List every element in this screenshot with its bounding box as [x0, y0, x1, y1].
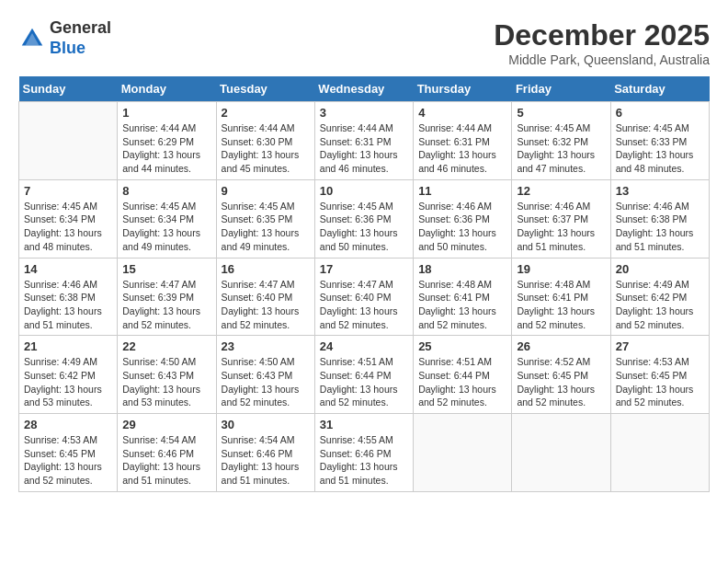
weekday-header-tuesday: Tuesday	[216, 76, 314, 102]
day-info: Sunrise: 4:45 AM Sunset: 6:32 PM Dayligh…	[517, 121, 605, 176]
day-info: Sunrise: 4:53 AM Sunset: 6:45 PM Dayligh…	[24, 433, 112, 488]
calendar-week-row: 1Sunrise: 4:44 AM Sunset: 6:29 PM Daylig…	[19, 102, 710, 180]
day-info: Sunrise: 4:50 AM Sunset: 6:43 PM Dayligh…	[222, 355, 310, 409]
day-number: 11	[418, 184, 506, 198]
calendar-cell: 28Sunrise: 4:53 AM Sunset: 6:45 PM Dayli…	[19, 414, 118, 492]
day-info: Sunrise: 4:45 AM Sunset: 6:34 PM Dayligh…	[24, 200, 112, 254]
calendar-week-row: 28Sunrise: 4:53 AM Sunset: 6:45 PM Dayli…	[19, 414, 710, 492]
day-number: 1	[122, 106, 210, 120]
day-info: Sunrise: 4:44 AM Sunset: 6:30 PM Dayligh…	[222, 121, 310, 176]
day-info: Sunrise: 4:46 AM Sunset: 6:37 PM Dayligh…	[517, 200, 605, 254]
calendar-cell: 12Sunrise: 4:46 AM Sunset: 6:37 PM Dayli…	[512, 179, 610, 258]
calendar-cell: 5Sunrise: 4:45 AM Sunset: 6:32 PM Daylig…	[512, 102, 610, 180]
day-number: 27	[616, 339, 704, 353]
day-info: Sunrise: 4:48 AM Sunset: 6:41 PM Dayligh…	[418, 278, 506, 332]
day-number: 17	[320, 262, 408, 276]
day-number: 23	[222, 339, 310, 353]
day-number: 9	[222, 184, 310, 198]
calendar-cell: 7Sunrise: 4:45 AM Sunset: 6:34 PM Daylig…	[19, 179, 118, 258]
day-info: Sunrise: 4:46 AM Sunset: 6:38 PM Dayligh…	[24, 278, 112, 332]
day-info: Sunrise: 4:44 AM Sunset: 6:29 PM Dayligh…	[122, 121, 210, 176]
calendar-week-row: 14Sunrise: 4:46 AM Sunset: 6:38 PM Dayli…	[19, 258, 710, 336]
day-number: 10	[320, 184, 408, 198]
calendar-cell: 10Sunrise: 4:45 AM Sunset: 6:36 PM Dayli…	[314, 179, 413, 258]
day-info: Sunrise: 4:54 AM Sunset: 6:46 PM Dayligh…	[222, 433, 310, 488]
title-block: December 2025 Middle Park, Queensland, A…	[494, 18, 710, 67]
calendar-cell: 18Sunrise: 4:48 AM Sunset: 6:41 PM Dayli…	[414, 258, 512, 336]
calendar-cell: 17Sunrise: 4:47 AM Sunset: 6:40 PM Dayli…	[314, 258, 413, 336]
day-number: 2	[222, 106, 310, 120]
day-info: Sunrise: 4:45 AM Sunset: 6:34 PM Dayligh…	[122, 200, 210, 254]
day-info: Sunrise: 4:51 AM Sunset: 6:44 PM Dayligh…	[320, 355, 408, 409]
day-number: 3	[320, 106, 408, 120]
day-info: Sunrise: 4:45 AM Sunset: 6:36 PM Dayligh…	[320, 200, 408, 254]
day-number: 19	[517, 262, 605, 276]
day-info: Sunrise: 4:47 AM Sunset: 6:40 PM Dayligh…	[222, 278, 310, 332]
day-number: 14	[24, 262, 112, 276]
calendar-cell: 22Sunrise: 4:50 AM Sunset: 6:43 PM Dayli…	[118, 336, 216, 414]
day-number: 6	[616, 106, 704, 120]
day-number: 13	[616, 184, 704, 198]
calendar-cell: 23Sunrise: 4:50 AM Sunset: 6:43 PM Dayli…	[216, 336, 314, 414]
day-number: 7	[24, 184, 112, 198]
day-info: Sunrise: 4:49 AM Sunset: 6:42 PM Dayligh…	[24, 355, 112, 409]
day-number: 25	[418, 339, 506, 353]
calendar-cell: 1Sunrise: 4:44 AM Sunset: 6:29 PM Daylig…	[118, 102, 216, 180]
calendar-cell: 15Sunrise: 4:47 AM Sunset: 6:39 PM Dayli…	[118, 258, 216, 336]
day-info: Sunrise: 4:45 AM Sunset: 6:35 PM Dayligh…	[222, 200, 310, 254]
day-number: 29	[122, 418, 210, 431]
weekday-header-wednesday: Wednesday	[314, 76, 413, 102]
calendar-cell: 31Sunrise: 4:55 AM Sunset: 6:46 PM Dayli…	[314, 414, 413, 492]
day-number: 26	[517, 339, 605, 353]
calendar-week-row: 21Sunrise: 4:49 AM Sunset: 6:42 PM Dayli…	[19, 336, 710, 414]
calendar-cell: 3Sunrise: 4:44 AM Sunset: 6:31 PM Daylig…	[314, 102, 413, 180]
day-number: 30	[222, 418, 310, 431]
calendar-cell: 16Sunrise: 4:47 AM Sunset: 6:40 PM Dayli…	[216, 258, 314, 336]
day-number: 15	[122, 262, 210, 276]
calendar-cell: 24Sunrise: 4:51 AM Sunset: 6:44 PM Dayli…	[314, 336, 413, 414]
day-info: Sunrise: 4:51 AM Sunset: 6:44 PM Dayligh…	[418, 355, 506, 409]
day-number: 31	[320, 418, 408, 431]
logo: General Blue	[18, 18, 111, 58]
calendar-cell: 30Sunrise: 4:54 AM Sunset: 6:46 PM Dayli…	[216, 414, 314, 492]
month-title: December 2025	[494, 18, 710, 52]
day-number: 21	[24, 339, 112, 353]
weekday-header-monday: Monday	[118, 76, 216, 102]
calendar-cell: 25Sunrise: 4:51 AM Sunset: 6:44 PM Dayli…	[414, 336, 512, 414]
page-header: General Blue December 2025 Middle Park, …	[18, 18, 710, 67]
calendar-week-row: 7Sunrise: 4:45 AM Sunset: 6:34 PM Daylig…	[19, 179, 710, 258]
day-info: Sunrise: 4:48 AM Sunset: 6:41 PM Dayligh…	[517, 278, 605, 332]
weekday-header-friday: Friday	[512, 76, 610, 102]
calendar-cell: 6Sunrise: 4:45 AM Sunset: 6:33 PM Daylig…	[610, 102, 709, 180]
calendar-cell: 2Sunrise: 4:44 AM Sunset: 6:30 PM Daylig…	[216, 102, 314, 180]
weekday-header-sunday: Sunday	[19, 76, 118, 102]
day-number: 20	[616, 262, 704, 276]
logo-blue-text: Blue	[50, 39, 85, 57]
calendar-cell: 29Sunrise: 4:54 AM Sunset: 6:46 PM Dayli…	[118, 414, 216, 492]
calendar-cell: 8Sunrise: 4:45 AM Sunset: 6:34 PM Daylig…	[118, 179, 216, 258]
weekday-header-saturday: Saturday	[610, 76, 709, 102]
day-number: 12	[517, 184, 605, 198]
calendar-cell: 13Sunrise: 4:46 AM Sunset: 6:38 PM Dayli…	[610, 179, 709, 258]
calendar-cell: 27Sunrise: 4:53 AM Sunset: 6:45 PM Dayli…	[610, 336, 709, 414]
day-info: Sunrise: 4:46 AM Sunset: 6:36 PM Dayligh…	[418, 200, 506, 254]
day-info: Sunrise: 4:55 AM Sunset: 6:46 PM Dayligh…	[320, 433, 408, 488]
logo-general-text: General	[50, 18, 111, 37]
day-info: Sunrise: 4:53 AM Sunset: 6:45 PM Dayligh…	[616, 355, 704, 409]
day-info: Sunrise: 4:50 AM Sunset: 6:43 PM Dayligh…	[122, 355, 210, 409]
logo-icon	[18, 25, 46, 52]
calendar-cell: 11Sunrise: 4:46 AM Sunset: 6:36 PM Dayli…	[414, 179, 512, 258]
calendar-cell: 26Sunrise: 4:52 AM Sunset: 6:45 PM Dayli…	[512, 336, 610, 414]
day-number: 5	[517, 106, 605, 120]
calendar-cell	[414, 414, 512, 492]
day-number: 22	[122, 339, 210, 353]
calendar-cell	[19, 102, 118, 180]
calendar-table: SundayMondayTuesdayWednesdayThursdayFrid…	[18, 76, 710, 492]
calendar-cell	[512, 414, 610, 492]
calendar-cell: 21Sunrise: 4:49 AM Sunset: 6:42 PM Dayli…	[19, 336, 118, 414]
calendar-cell: 20Sunrise: 4:49 AM Sunset: 6:42 PM Dayli…	[610, 258, 709, 336]
day-info: Sunrise: 4:44 AM Sunset: 6:31 PM Dayligh…	[418, 121, 506, 176]
weekday-header-row: SundayMondayTuesdayWednesdayThursdayFrid…	[19, 76, 710, 102]
day-info: Sunrise: 4:47 AM Sunset: 6:40 PM Dayligh…	[320, 278, 408, 332]
day-info: Sunrise: 4:52 AM Sunset: 6:45 PM Dayligh…	[517, 355, 605, 409]
